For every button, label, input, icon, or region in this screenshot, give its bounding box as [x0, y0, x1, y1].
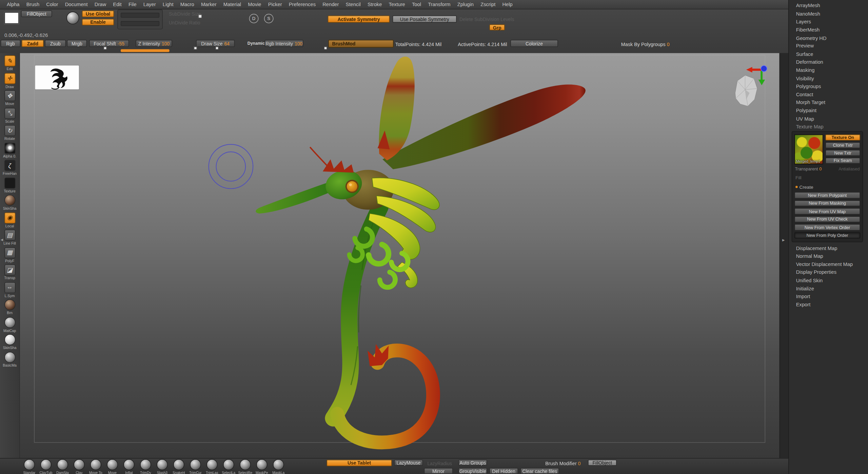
- menu-item[interactable]: Color: [43, 2, 61, 7]
- tool-subpalette[interactable]: Export: [789, 301, 868, 309]
- texture-map-header[interactable]: Texture Map: [789, 123, 868, 131]
- texture-on-button[interactable]: Texture On: [825, 135, 860, 141]
- left-shelf-item[interactable]: ⤡ Scale: [0, 108, 19, 123]
- tool-subpalette[interactable]: FiberMesh: [789, 26, 868, 34]
- left-shelf-item[interactable]: SkinSha: [0, 195, 19, 210]
- menu-item[interactable]: Zscript: [477, 2, 499, 7]
- create-texture-button[interactable]: New From UV Check: [794, 216, 860, 223]
- brush-thumbnail[interactable]: SelectRe: [239, 459, 251, 474]
- left-shelf-item[interactable]: ζ FreeHan: [0, 160, 19, 176]
- menu-item[interactable]: Marker: [198, 2, 220, 7]
- brush-thumbnail[interactable]: Move: [106, 459, 118, 474]
- brush-thumbnail[interactable]: ClayTub: [40, 459, 52, 474]
- left-shelf-item[interactable]: ▦ PolyF: [0, 247, 19, 263]
- menu-item[interactable]: Brush: [23, 2, 43, 7]
- document-canvas[interactable]: [20, 53, 780, 458]
- tool-subpalette[interactable]: Polygroups: [789, 82, 868, 90]
- brushmod-bar[interactable]: BrushMod: [328, 40, 394, 48]
- menu-item[interactable]: Edit: [110, 2, 125, 7]
- slider-handle[interactable]: [194, 46, 197, 50]
- brush-thumbnail[interactable]: Move To: [90, 459, 102, 474]
- tool-subpalette[interactable]: Displacement Map: [789, 244, 868, 252]
- subdivide-slider-handle[interactable]: [198, 14, 202, 18]
- brush-thumbnail[interactable]: MaskPe: [256, 459, 268, 474]
- use-tablet-button[interactable]: Use Tablet: [327, 460, 392, 467]
- z-intensity-slider[interactable]: Z Intensity100: [136, 40, 172, 47]
- use-posable-symmetry-button[interactable]: Use Posable Symmetry: [393, 16, 457, 23]
- brush-modifier-slider[interactable]: Brush Modifier 0: [545, 461, 581, 466]
- right-tray-collapse-arrow[interactable]: ▸: [782, 237, 785, 243]
- menu-item[interactable]: Render: [319, 2, 342, 7]
- activate-symmetry-button[interactable]: Activate Symmetry: [328, 16, 390, 23]
- mask-by-polygroups-slider[interactable]: Mask By Polygroups 0: [621, 41, 670, 47]
- new-txtr-button[interactable]: New Txtr: [825, 150, 860, 156]
- menu-item[interactable]: Movie: [244, 2, 264, 7]
- color-swatch[interactable]: [4, 12, 19, 24]
- brush-thumbnail[interactable]: Inflat: [123, 459, 135, 474]
- menu-item[interactable]: Preferences: [285, 2, 319, 7]
- tool-subpalette[interactable]: Vector Displacement Map: [789, 260, 868, 268]
- menu-item[interactable]: Picker: [265, 2, 285, 7]
- clone-txtr-button[interactable]: Clone Txtr: [825, 142, 860, 148]
- tool-subpalette[interactable]: Layers: [789, 18, 868, 26]
- brush-thumbnail[interactable]: Slash3: [156, 459, 168, 474]
- left-shelf-item[interactable]: SkinSha: [0, 334, 19, 350]
- brush-thumbnail[interactable]: Standar: [23, 459, 36, 474]
- camera-head-gizmo[interactable]: [735, 75, 757, 106]
- current-tool-preview-icon[interactable]: [66, 12, 79, 24]
- tool-subpalette[interactable]: NanoMesh: [789, 10, 868, 18]
- tool-subpalette[interactable]: Surface: [789, 50, 868, 58]
- slider-handle[interactable]: [324, 46, 327, 50]
- left-shelf-item[interactable]: ✥ Move: [0, 90, 19, 106]
- zadd-button[interactable]: Zadd: [22, 40, 44, 47]
- menu-item[interactable]: Stroke: [364, 2, 386, 7]
- tool-subpalette[interactable]: Masking: [789, 66, 868, 75]
- slider-handle[interactable]: [103, 46, 107, 50]
- tool-subpalette[interactable]: Deformation: [789, 58, 868, 66]
- rgb-intensity-slider[interactable]: Rgb Intensity100: [264, 40, 303, 47]
- left-shelf-item[interactable]: ↻ Rotate: [0, 125, 19, 141]
- tool-subpalette[interactable]: Visibility: [789, 74, 868, 82]
- mirror-button[interactable]: Mirror: [424, 468, 453, 474]
- lazymouse-button[interactable]: LazyMouse: [394, 460, 423, 466]
- tool-subpalette[interactable]: Initialize: [789, 285, 868, 293]
- tool-subpalette[interactable]: Normal Map: [789, 252, 868, 260]
- menu-item[interactable]: Draw: [91, 2, 110, 7]
- brush-thumbnail[interactable]: TrimLas: [206, 459, 218, 474]
- left-shelf-item[interactable]: ◪ Transp: [0, 264, 19, 280]
- rgb-button[interactable]: Rgb: [1, 40, 21, 47]
- auto-groups-button[interactable]: Auto Groups: [458, 460, 487, 466]
- create-texture-button[interactable]: New From UV Map: [794, 208, 860, 215]
- menu-item[interactable]: Help: [499, 2, 516, 7]
- menu-item[interactable]: Transform: [425, 2, 454, 7]
- enable-button[interactable]: Enable: [82, 19, 114, 26]
- alpha-preview[interactable]: [35, 65, 79, 90]
- transparent-slider[interactable]: Transparent 0: [795, 167, 822, 172]
- focal-shift-slider[interactable]: Focal Shift-55: [89, 40, 129, 47]
- left-shelf-item[interactable]: ✎ Edit: [0, 55, 19, 71]
- create-texture-button[interactable]: New From Masking: [794, 200, 860, 207]
- tool-subpalette[interactable]: Contact: [789, 90, 868, 99]
- left-shelf-item[interactable]: Brn: [0, 299, 19, 315]
- group-visible-button[interactable]: GroupVisible: [458, 468, 487, 474]
- del-hidden-button[interactable]: Del Hidden: [489, 468, 518, 474]
- circular-d-icon[interactable]: D: [249, 14, 259, 23]
- create-texture-button[interactable]: New From Vertex Order: [794, 224, 860, 231]
- fill-object-button-bottom[interactable]: FillObject: [588, 460, 617, 466]
- left-shelf-item[interactable]: ⇔ L.Sym: [0, 282, 19, 297]
- menu-item[interactable]: Stencil: [342, 2, 364, 7]
- zsub-button[interactable]: Zsub: [45, 40, 66, 47]
- left-tray-collapse-arrow[interactable]: ◂: [1, 237, 3, 242]
- draw-size-slider[interactable]: Draw Size64: [196, 40, 235, 47]
- slider-handle[interactable]: [215, 46, 219, 50]
- left-shelf-item[interactable]: Texture: [0, 177, 19, 193]
- tool-subpalette[interactable]: Display Properties: [789, 268, 868, 276]
- tool-subpalette[interactable]: Import: [789, 293, 868, 301]
- texture-thumbnail[interactable]: Merged_temp1: [794, 135, 823, 164]
- menu-item[interactable]: Light: [159, 2, 177, 7]
- menu-item[interactable]: Macro: [177, 2, 198, 7]
- left-shelf-item[interactable]: Alpha 0.: [0, 142, 19, 158]
- menu-item[interactable]: Material: [220, 2, 244, 7]
- menu-item[interactable]: Layer: [140, 2, 159, 7]
- tool-subpalette[interactable]: Polypaint: [789, 107, 868, 115]
